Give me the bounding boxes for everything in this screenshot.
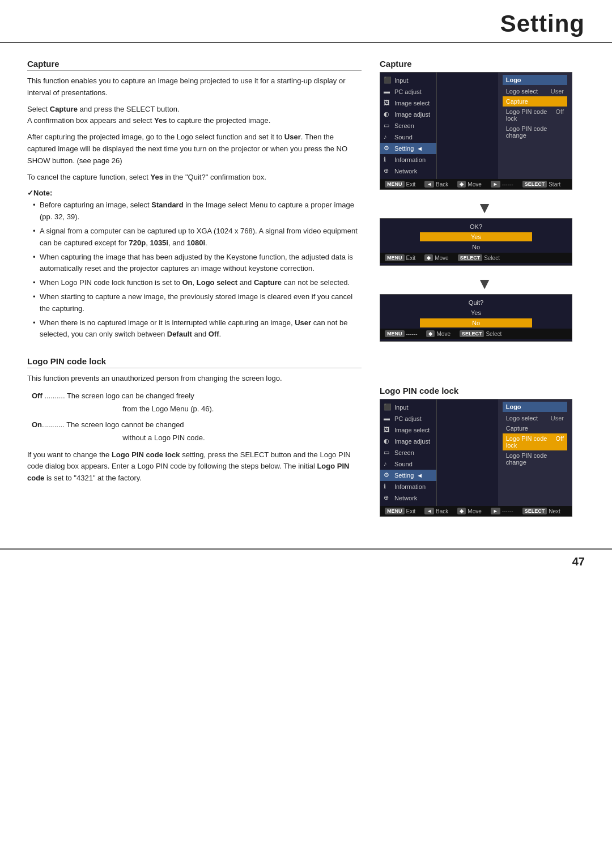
page-header: Setting xyxy=(0,0,612,43)
lp-info-icon: ℹ xyxy=(384,483,392,491)
lp-screen-icon: ▭ xyxy=(384,449,392,457)
menu-item-screen-label: Screen xyxy=(394,122,414,129)
arrow-down-2: ▼ xyxy=(380,276,589,292)
lp-submenu-logo-pin-lock[interactable]: Logo PIN code lock Off xyxy=(503,433,567,450)
logo-pin-on-label: On xyxy=(32,420,42,429)
note-item-1: A signal from a computer can be captured… xyxy=(33,225,362,249)
menu-item-setting-label: Setting xyxy=(394,145,414,152)
sound-icon: ♪ xyxy=(384,133,392,141)
ok-dialog-footer: MENU Exit ◆ Move SELECT Select xyxy=(380,253,572,263)
screen-icon: ▭ xyxy=(384,122,392,130)
logo-pin-menu-item-setting[interactable]: ⚙ Setting ◄ xyxy=(380,470,436,481)
lp-right-btn: ► xyxy=(491,508,500,514)
logo-pin-panel-body: ⬛ Input ▬ PC adjust 🖼 Image select ◐ Ima… xyxy=(380,399,572,506)
lp-footer-move: ◆ Move xyxy=(457,508,481,514)
logo-pin-off-indent: from the Logo Menu (p. 46). xyxy=(32,405,214,413)
menu-item-screen[interactable]: ▭ Screen xyxy=(380,120,436,131)
submenu-capture[interactable]: Capture xyxy=(503,96,567,107)
logo-pin-change-label: Logo PIN code change xyxy=(506,125,564,139)
setting-icon: ⚙ xyxy=(384,144,392,152)
ok-menu-btn: MENU xyxy=(385,254,405,261)
quit-dialog-footer: MENU ------ ◆ Move SELECT Select xyxy=(380,329,572,339)
logo-pin-off-label: Off xyxy=(32,392,42,400)
lp-logo-select-label: Logo select xyxy=(506,415,538,422)
logo-pin-menu-item-sound[interactable]: ♪ Sound xyxy=(380,458,436,470)
menu-item-info[interactable]: ℹ Information xyxy=(380,154,436,165)
logo-pin-menu-item-input[interactable]: ⬛ Input xyxy=(380,402,436,413)
lp-logo-select-value: User xyxy=(551,415,564,422)
ok-select-btn: SELECT xyxy=(458,254,483,261)
menu-btn: MENU xyxy=(385,181,405,188)
logo-pin-menu-item-network[interactable]: ⊕ Network xyxy=(380,492,436,504)
lp-pc-icon: ▬ xyxy=(384,415,392,423)
submenu-logo-pin-change: Logo PIN code change xyxy=(503,124,567,141)
menu-item-sound[interactable]: ♪ Sound xyxy=(380,131,436,143)
ok-yes-option[interactable]: Yes xyxy=(420,232,532,241)
page-footer: 47 xyxy=(0,548,612,574)
lp-image-adjust-icon: ◐ xyxy=(384,437,392,445)
lp-imageadjust-label: Image adjust xyxy=(394,438,430,445)
lp-input-icon: ⬛ xyxy=(384,403,392,411)
lp-submenu-logo-select: Logo select User xyxy=(503,413,567,423)
network-icon: ⊕ xyxy=(384,167,392,175)
menu-item-pcadjust[interactable]: ▬ PC adjust xyxy=(380,86,436,97)
lp-submenu-logo-pin-change: Logo PIN code change xyxy=(503,450,567,467)
logo-pin-menu-item-imageselect[interactable]: 🖼 Image select xyxy=(380,424,436,436)
lp-menu-btn: MENU xyxy=(385,508,405,514)
menu-sidebar: ⬛ Input ▬ PC adjust 🖼 Image select ◐ Ima… xyxy=(380,73,437,179)
logo-pin-menu-item-imageadjust[interactable]: ◐ Image adjust xyxy=(380,436,436,447)
capture-p4: To cancel the capture function, select Y… xyxy=(27,172,362,184)
footer-exit: MENU Exit xyxy=(385,181,415,188)
note-item-2: When capturing the image that has been a… xyxy=(33,252,362,275)
lp-move-btn: ◆ xyxy=(457,508,466,514)
lp-setting-arrow: ◄ xyxy=(416,472,423,479)
logo-pin-on-indent: without a Logo PIN code. xyxy=(32,433,205,442)
ok-no-option[interactable]: No xyxy=(420,242,532,252)
ok-question: OK? xyxy=(380,223,572,230)
capture-p2-bold2: Yes xyxy=(154,116,167,125)
menu-item-network[interactable]: ⊕ Network xyxy=(380,165,436,177)
capture-panel-footer: MENU Exit ◄ Back ◆ Move ► ------ SELECT … xyxy=(380,179,572,189)
logo-pin-lock-value: Off xyxy=(556,108,564,122)
logo-pin-p2: If you want to change the Logo PIN code … xyxy=(27,449,362,484)
logo-pin-menu-item-pcadjust[interactable]: ▬ PC adjust xyxy=(380,413,436,424)
capture-menu-panel: ⬛ Input ▬ PC adjust 🖼 Image select ◐ Ima… xyxy=(380,72,572,190)
menu-item-imageadjust[interactable]: ◐ Image adjust xyxy=(380,109,436,120)
lp-capture-label: Capture xyxy=(506,425,528,432)
page-title: Setting xyxy=(500,10,585,37)
logo-pin-table: Off .......... The screen logo can be ch… xyxy=(32,389,362,445)
lp-back-btn: ◄ xyxy=(424,508,434,514)
quit-menu-btn: MENU xyxy=(385,330,405,337)
logo-pin-p1: This function prevents an unauthorized p… xyxy=(27,373,362,385)
capture-section-title: Capture xyxy=(27,59,362,71)
menu-item-input[interactable]: ⬛ Input xyxy=(380,75,436,86)
submenu-logo-title: Logo xyxy=(503,75,567,85)
footer-start: SELECT Start xyxy=(522,181,561,188)
image-select-icon: 🖼 xyxy=(384,99,392,107)
logo-pin-menu-item-screen[interactable]: ▭ Screen xyxy=(380,447,436,458)
quit-question: Quit? xyxy=(380,299,572,306)
lp-image-select-icon: 🖼 xyxy=(384,426,392,434)
lp-imageselect-label: Image select xyxy=(394,427,430,433)
main-content: Capture This function enables you to cap… xyxy=(0,43,612,543)
lp-screen-label: Screen xyxy=(394,449,414,456)
footer-right: ► ------ xyxy=(491,181,513,188)
menu-item-imageselect[interactable]: 🖼 Image select xyxy=(380,97,436,109)
lp-sound-label: Sound xyxy=(394,461,413,467)
lp-footer-right: ► ------ xyxy=(491,508,513,514)
lp-network-icon: ⊕ xyxy=(384,494,392,502)
page-number: 47 xyxy=(572,555,585,568)
lp-pcadjust-label: PC adjust xyxy=(394,415,422,422)
menu-item-setting[interactable]: ⚙ Setting ◄ xyxy=(380,143,436,154)
quit-no-option[interactable]: No xyxy=(420,318,532,327)
logo-pin-off-row: Off .......... The screen logo can be ch… xyxy=(32,389,362,416)
note-item-5: When there is no captured image or it is… xyxy=(33,317,362,341)
note-title: ✓Note: xyxy=(27,189,362,197)
lp-info-label: Information xyxy=(394,483,426,490)
lp-sound-icon: ♪ xyxy=(384,460,392,468)
logo-pin-menu-item-info[interactable]: ℹ Information xyxy=(380,481,436,492)
quit-footer-select: SELECT Select xyxy=(460,330,502,337)
ok-move-btn: ◆ xyxy=(424,254,433,261)
quit-yes-option[interactable]: Yes xyxy=(420,308,532,317)
lp-footer-next: SELECT Next xyxy=(522,508,560,514)
